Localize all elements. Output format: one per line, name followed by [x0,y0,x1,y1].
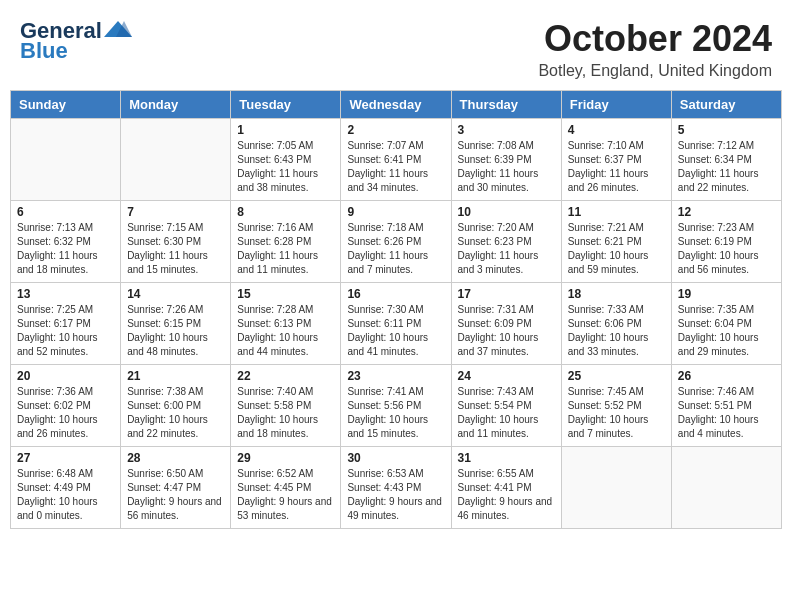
day-detail: Sunrise: 7:28 AM Sunset: 6:13 PM Dayligh… [237,303,334,359]
day-cell: 29Sunrise: 6:52 AM Sunset: 4:45 PM Dayli… [231,447,341,529]
day-cell: 20Sunrise: 7:36 AM Sunset: 6:02 PM Dayli… [11,365,121,447]
day-detail: Sunrise: 7:12 AM Sunset: 6:34 PM Dayligh… [678,139,775,195]
day-number: 16 [347,287,444,301]
week-row-1: 1Sunrise: 7:05 AM Sunset: 6:43 PM Daylig… [11,119,782,201]
day-number: 19 [678,287,775,301]
day-detail: Sunrise: 7:30 AM Sunset: 6:11 PM Dayligh… [347,303,444,359]
day-detail: Sunrise: 7:21 AM Sunset: 6:21 PM Dayligh… [568,221,665,277]
logo-blue: Blue [20,38,68,64]
day-cell [121,119,231,201]
day-detail: Sunrise: 7:10 AM Sunset: 6:37 PM Dayligh… [568,139,665,195]
day-number: 18 [568,287,665,301]
day-number: 7 [127,205,224,219]
day-detail: Sunrise: 7:05 AM Sunset: 6:43 PM Dayligh… [237,139,334,195]
day-number: 21 [127,369,224,383]
col-sunday: Sunday [11,91,121,119]
day-detail: Sunrise: 7:36 AM Sunset: 6:02 PM Dayligh… [17,385,114,441]
day-cell: 14Sunrise: 7:26 AM Sunset: 6:15 PM Dayli… [121,283,231,365]
col-tuesday: Tuesday [231,91,341,119]
day-number: 15 [237,287,334,301]
day-number: 14 [127,287,224,301]
day-number: 9 [347,205,444,219]
logo-icon [104,19,132,39]
day-detail: Sunrise: 7:33 AM Sunset: 6:06 PM Dayligh… [568,303,665,359]
day-number: 24 [458,369,555,383]
day-number: 28 [127,451,224,465]
day-detail: Sunrise: 6:55 AM Sunset: 4:41 PM Dayligh… [458,467,555,523]
day-cell: 12Sunrise: 7:23 AM Sunset: 6:19 PM Dayli… [671,201,781,283]
day-detail: Sunrise: 7:46 AM Sunset: 5:51 PM Dayligh… [678,385,775,441]
day-cell: 30Sunrise: 6:53 AM Sunset: 4:43 PM Dayli… [341,447,451,529]
week-row-3: 13Sunrise: 7:25 AM Sunset: 6:17 PM Dayli… [11,283,782,365]
day-detail: Sunrise: 6:52 AM Sunset: 4:45 PM Dayligh… [237,467,334,523]
day-cell: 15Sunrise: 7:28 AM Sunset: 6:13 PM Dayli… [231,283,341,365]
day-number: 2 [347,123,444,137]
day-detail: Sunrise: 7:20 AM Sunset: 6:23 PM Dayligh… [458,221,555,277]
day-cell: 26Sunrise: 7:46 AM Sunset: 5:51 PM Dayli… [671,365,781,447]
day-detail: Sunrise: 7:35 AM Sunset: 6:04 PM Dayligh… [678,303,775,359]
day-detail: Sunrise: 7:15 AM Sunset: 6:30 PM Dayligh… [127,221,224,277]
day-cell: 5Sunrise: 7:12 AM Sunset: 6:34 PM Daylig… [671,119,781,201]
day-cell: 18Sunrise: 7:33 AM Sunset: 6:06 PM Dayli… [561,283,671,365]
day-detail: Sunrise: 7:25 AM Sunset: 6:17 PM Dayligh… [17,303,114,359]
day-detail: Sunrise: 7:26 AM Sunset: 6:15 PM Dayligh… [127,303,224,359]
day-detail: Sunrise: 7:43 AM Sunset: 5:54 PM Dayligh… [458,385,555,441]
day-cell: 28Sunrise: 6:50 AM Sunset: 4:47 PM Dayli… [121,447,231,529]
logo-area: General Blue [20,18,132,64]
day-number: 29 [237,451,334,465]
day-number: 4 [568,123,665,137]
day-cell: 21Sunrise: 7:38 AM Sunset: 6:00 PM Dayli… [121,365,231,447]
col-friday: Friday [561,91,671,119]
day-number: 25 [568,369,665,383]
day-cell: 1Sunrise: 7:05 AM Sunset: 6:43 PM Daylig… [231,119,341,201]
day-number: 3 [458,123,555,137]
day-cell: 9Sunrise: 7:18 AM Sunset: 6:26 PM Daylig… [341,201,451,283]
header: General Blue October 2024 Botley, Englan… [10,10,782,86]
day-number: 26 [678,369,775,383]
day-cell: 19Sunrise: 7:35 AM Sunset: 6:04 PM Dayli… [671,283,781,365]
title-area: October 2024 Botley, England, United Kin… [538,18,772,80]
day-detail: Sunrise: 6:53 AM Sunset: 4:43 PM Dayligh… [347,467,444,523]
day-cell: 7Sunrise: 7:15 AM Sunset: 6:30 PM Daylig… [121,201,231,283]
day-detail: Sunrise: 7:31 AM Sunset: 6:09 PM Dayligh… [458,303,555,359]
day-detail: Sunrise: 7:41 AM Sunset: 5:56 PM Dayligh… [347,385,444,441]
day-cell [671,447,781,529]
day-cell: 6Sunrise: 7:13 AM Sunset: 6:32 PM Daylig… [11,201,121,283]
day-cell: 31Sunrise: 6:55 AM Sunset: 4:41 PM Dayli… [451,447,561,529]
day-cell: 24Sunrise: 7:43 AM Sunset: 5:54 PM Dayli… [451,365,561,447]
day-detail: Sunrise: 7:18 AM Sunset: 6:26 PM Dayligh… [347,221,444,277]
day-cell: 13Sunrise: 7:25 AM Sunset: 6:17 PM Dayli… [11,283,121,365]
week-row-5: 27Sunrise: 6:48 AM Sunset: 4:49 PM Dayli… [11,447,782,529]
col-wednesday: Wednesday [341,91,451,119]
day-number: 6 [17,205,114,219]
col-monday: Monday [121,91,231,119]
day-detail: Sunrise: 7:40 AM Sunset: 5:58 PM Dayligh… [237,385,334,441]
day-number: 20 [17,369,114,383]
day-number: 23 [347,369,444,383]
day-number: 31 [458,451,555,465]
day-number: 22 [237,369,334,383]
week-row-4: 20Sunrise: 7:36 AM Sunset: 6:02 PM Dayli… [11,365,782,447]
calendar-table: Sunday Monday Tuesday Wednesday Thursday… [10,90,782,529]
day-number: 1 [237,123,334,137]
day-cell: 22Sunrise: 7:40 AM Sunset: 5:58 PM Dayli… [231,365,341,447]
day-cell: 23Sunrise: 7:41 AM Sunset: 5:56 PM Dayli… [341,365,451,447]
week-row-2: 6Sunrise: 7:13 AM Sunset: 6:32 PM Daylig… [11,201,782,283]
header-row: Sunday Monday Tuesday Wednesday Thursday… [11,91,782,119]
day-cell: 4Sunrise: 7:10 AM Sunset: 6:37 PM Daylig… [561,119,671,201]
day-detail: Sunrise: 7:16 AM Sunset: 6:28 PM Dayligh… [237,221,334,277]
col-saturday: Saturday [671,91,781,119]
day-detail: Sunrise: 7:08 AM Sunset: 6:39 PM Dayligh… [458,139,555,195]
day-number: 13 [17,287,114,301]
day-cell: 25Sunrise: 7:45 AM Sunset: 5:52 PM Dayli… [561,365,671,447]
day-detail: Sunrise: 7:38 AM Sunset: 6:00 PM Dayligh… [127,385,224,441]
day-cell: 17Sunrise: 7:31 AM Sunset: 6:09 PM Dayli… [451,283,561,365]
day-number: 10 [458,205,555,219]
day-cell: 10Sunrise: 7:20 AM Sunset: 6:23 PM Dayli… [451,201,561,283]
day-number: 5 [678,123,775,137]
day-number: 11 [568,205,665,219]
day-detail: Sunrise: 6:48 AM Sunset: 4:49 PM Dayligh… [17,467,114,523]
day-number: 30 [347,451,444,465]
day-detail: Sunrise: 6:50 AM Sunset: 4:47 PM Dayligh… [127,467,224,523]
day-cell: 2Sunrise: 7:07 AM Sunset: 6:41 PM Daylig… [341,119,451,201]
